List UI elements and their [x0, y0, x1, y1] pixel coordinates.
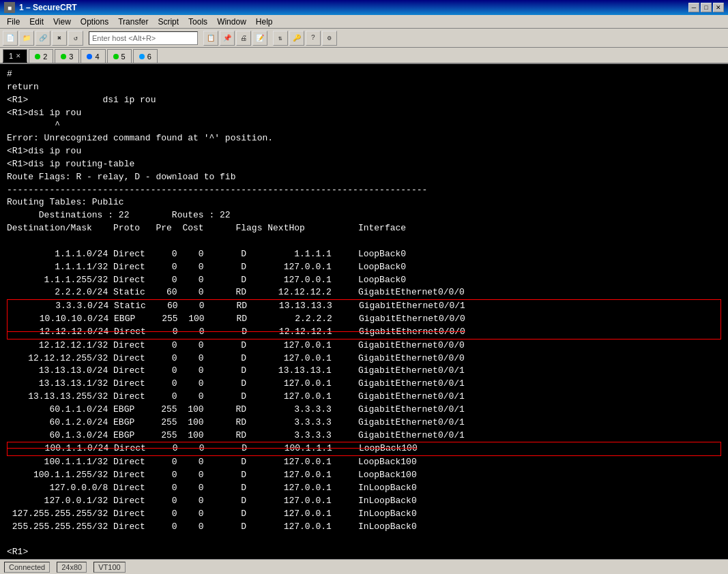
- menu-script[interactable]: Script: [154, 16, 183, 28]
- maximize-button[interactable]: □: [701, 3, 712, 12]
- terminal-line: Error: Unrecognized command found at '^'…: [7, 132, 721, 145]
- route-row: 12.12.12.255/32 Direct 0 0 D 127.0.0.1 G…: [7, 352, 721, 365]
- status-size: 24x80: [57, 562, 87, 573]
- terminal-line: ^: [7, 119, 721, 132]
- tab-4[interactable]: 4: [81, 49, 105, 63]
- terminal-line: <R1>dsi ip rou: [7, 107, 721, 120]
- route-row: 100.1.1.0/24 Direct 0 0 D 100.1.1.1 Loop…: [7, 442, 721, 456]
- route-row: 13.13.13.255/32 Direct 0 0 D 127.0.0.1 G…: [7, 391, 721, 404]
- route-row: 100.1.1.1/32 Direct 0 0 D 127.0.0.1 Loop…: [7, 456, 721, 469]
- address-input[interactable]: [89, 31, 198, 45]
- terminal-prompt[interactable]: <R1>: [7, 546, 721, 559]
- toolbar-connect[interactable]: 🔗: [35, 31, 50, 46]
- route-row: 60.1.3.0/24 EBGP 255 100 RD 3.3.3.3 Giga…: [7, 429, 721, 442]
- tab-4-label: 4: [95, 52, 99, 61]
- tab-6[interactable]: 6: [133, 49, 158, 63]
- route-row: 127.255.255.255/32 Direct 0 0 D 127.0.0.…: [7, 508, 721, 521]
- routing-table-header: Destination/Mask Proto Pre Cost Flags Ne…: [7, 222, 721, 235]
- tab-5-label: 5: [121, 52, 126, 61]
- toolbar-settings[interactable]: ⚙: [322, 31, 337, 46]
- menu-file[interactable]: File: [3, 16, 24, 28]
- tab-3[interactable]: 3: [55, 49, 79, 63]
- route-row: 1.1.1.1/32 Direct 0 0 D 127.0.0.1 LoopBa…: [7, 261, 721, 274]
- terminal-line: <R1> dsi ip rou: [7, 94, 721, 107]
- tab-6-label: 6: [147, 52, 151, 61]
- tab-2[interactable]: 2: [29, 49, 53, 63]
- route-row: 1.1.1.255/32 Direct 0 0 D 127.0.0.1 Loop…: [7, 274, 721, 287]
- menu-help[interactable]: Help: [252, 16, 277, 28]
- tab-3-dot: [61, 54, 66, 59]
- terminal[interactable]: #return<R1> dsi ip rou<R1>dsi ip rou ^Er…: [0, 64, 728, 559]
- tab-5-dot: [113, 54, 119, 59]
- toolbar-print[interactable]: 🖨: [236, 31, 251, 46]
- status-term: VT100: [93, 562, 125, 573]
- status-bar: Connected 24x80 VT100: [0, 559, 728, 574]
- route-row: 13.13.13.0/24 Direct 0 0 D 13.13.13.1 Gi…: [7, 365, 721, 378]
- toolbar-disconnect[interactable]: ✖: [52, 31, 67, 46]
- title-text: 1 – SecureCRT: [19, 3, 684, 12]
- route-row: 1.1.1.0/24 Direct 0 0 D 1.1.1.1 LoopBack…: [7, 248, 721, 261]
- tab-5[interactable]: 5: [107, 49, 132, 63]
- route-row: 13.13.13.1/32 Direct 0 0 D 127.0.0.1 Gig…: [7, 378, 721, 391]
- tab-4-dot: [87, 54, 92, 59]
- route-row: 2.2.2.0/24 Static 60 0 RD 12.12.12.2 Gig…: [7, 286, 721, 299]
- tab-1-close[interactable]: ✕: [16, 52, 21, 59]
- tab-2-dot: [35, 54, 40, 59]
- toolbar-sftp[interactable]: ⇅: [273, 31, 288, 46]
- minimize-button[interactable]: ─: [688, 3, 699, 12]
- route-row: 10.10.10.0/24 EBGP 255 100 RD 2.2.2.2 Gi…: [7, 313, 721, 326]
- route-row: 12.12.12.1/32 Direct 0 0 D 127.0.0.1 Gig…: [7, 339, 721, 352]
- menu-view[interactable]: View: [49, 16, 75, 28]
- menu-window[interactable]: Window: [213, 16, 250, 28]
- tab-1-label: 1: [9, 52, 13, 60]
- toolbar-key[interactable]: 🔑: [289, 31, 304, 46]
- terminal-line: Routing Tables: Public: [7, 196, 721, 209]
- terminal-line: <R1>dis ip rou: [7, 145, 721, 158]
- menu-options[interactable]: Options: [76, 16, 113, 28]
- terminal-line: Route Flags: R - relay, D - download to …: [7, 171, 721, 184]
- toolbar-open[interactable]: 📁: [19, 31, 34, 46]
- route-row: 127.0.0.1/32 Direct 0 0 D 127.0.0.1 InLo…: [7, 495, 721, 508]
- title-bar: ■ 1 – SecureCRT ─ □ ✕: [0, 0, 728, 15]
- close-button[interactable]: ✕: [713, 3, 724, 12]
- route-row: 60.1.2.0/24 EBGP 255 100 RD 3.3.3.3 Giga…: [7, 417, 721, 429]
- toolbar-log[interactable]: 📝: [252, 31, 267, 46]
- menu-tools[interactable]: Tools: [184, 16, 212, 28]
- menu-bar: File Edit View Options Transfer Script T…: [0, 15, 728, 29]
- status-connected: Connected: [4, 562, 50, 573]
- route-row: 60.1.1.0/24 EBGP 255 100 RD 3.3.3.3 Giga…: [7, 404, 721, 417]
- tab-3-label: 3: [69, 52, 73, 61]
- toolbar-new[interactable]: 📄: [3, 31, 18, 46]
- terminal-line: [7, 533, 721, 546]
- tab-bar: 1 ✕ 2 3 4 5 6: [0, 48, 728, 64]
- terminal-line: <R1>dis ip routing-table: [7, 158, 721, 171]
- route-row: 100.1.1.255/32 Direct 0 0 D 127.0.0.1 Lo…: [7, 469, 721, 482]
- terminal-line: [7, 235, 721, 248]
- tab-6-dot: [139, 54, 145, 59]
- terminal-line: Destinations : 22 Routes : 22: [7, 209, 721, 222]
- app-icon: ■: [4, 2, 15, 13]
- terminal-line: return: [7, 81, 721, 94]
- terminal-line: ----------------------------------------…: [7, 184, 721, 197]
- menu-edit[interactable]: Edit: [25, 16, 48, 28]
- toolbar-paste[interactable]: 📌: [220, 31, 235, 46]
- toolbar-help[interactable]: ?: [306, 31, 321, 46]
- route-row: 127.0.0.0/8 Direct 0 0 D 127.0.0.1 InLoo…: [7, 482, 721, 495]
- route-row: 3.3.3.0/24 Static 60 0 RD 13.13.13.3 Gig…: [7, 299, 721, 313]
- tab-2-label: 2: [43, 52, 47, 61]
- tab-1[interactable]: 1 ✕: [3, 49, 27, 63]
- toolbar: 📄 📁 🔗 ✖ ↺ 📋 📌 🖨 📝 ⇅ 🔑 ? ⚙: [0, 29, 728, 48]
- toolbar-reconnect[interactable]: ↺: [68, 31, 83, 46]
- route-row: 255.255.255.255/32 Direct 0 0 D 127.0.0.…: [7, 521, 721, 534]
- route-row: 12.12.12.0/24 Direct 0 0 D 12.12.12.1 Gi…: [7, 326, 721, 339]
- terminal-line: #: [7, 68, 721, 81]
- menu-transfer[interactable]: Transfer: [114, 16, 152, 28]
- toolbar-copy[interactable]: 📋: [203, 31, 218, 46]
- window-controls: ─ □ ✕: [688, 3, 724, 12]
